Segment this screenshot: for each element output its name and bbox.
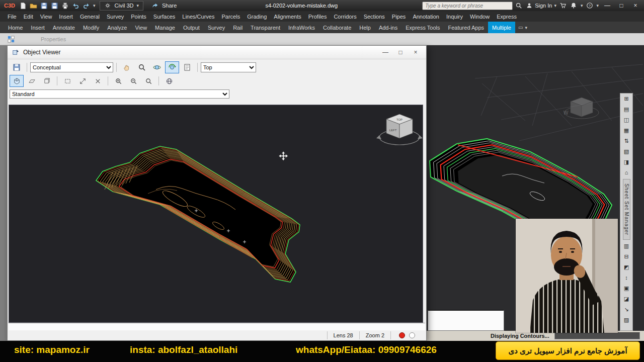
side-toolbar-icon[interactable]: ◩ bbox=[620, 262, 632, 273]
menu-item[interactable]: Survey bbox=[103, 11, 127, 22]
ribbon-tab[interactable]: Add-ins bbox=[375, 22, 401, 33]
ribbon-tab[interactable]: Output bbox=[179, 22, 204, 33]
share-button[interactable]: Share bbox=[150, 1, 177, 10]
perspective-icon[interactable] bbox=[40, 75, 54, 87]
notification-bell-icon[interactable] bbox=[569, 1, 579, 10]
clear-section-icon[interactable] bbox=[91, 75, 105, 87]
side-toolbar-icon[interactable]: ⇅ bbox=[620, 136, 632, 146]
named-style-select[interactable]: Standard bbox=[10, 89, 229, 99]
sheet-set-manager-tab[interactable]: Sheet Set Manager bbox=[623, 179, 630, 240]
menu-item[interactable]: View bbox=[37, 11, 56, 22]
quick-access-caret-icon[interactable]: ▾ bbox=[92, 3, 97, 8]
app-close-button[interactable]: × bbox=[629, 2, 642, 9]
redo-icon[interactable] bbox=[82, 1, 91, 10]
constrained-orbit-icon[interactable] bbox=[165, 61, 179, 73]
undo-icon[interactable] bbox=[71, 1, 80, 10]
signin-label[interactable]: Sign In bbox=[535, 3, 552, 9]
ribbon-tab[interactable]: Modify bbox=[79, 22, 103, 33]
search-icon[interactable] bbox=[514, 1, 523, 10]
named-views-icon[interactable] bbox=[180, 61, 194, 73]
zoom-out-icon[interactable] bbox=[126, 75, 140, 87]
ribbon-tab[interactable]: View bbox=[131, 22, 151, 33]
zoom-icon[interactable] bbox=[135, 61, 149, 73]
menu-item[interactable]: File bbox=[4, 11, 20, 22]
object-viewer-viewport[interactable]: TOP LEFT bbox=[9, 105, 423, 323]
print-icon[interactable] bbox=[60, 1, 70, 10]
ribbon-tab[interactable]: InfraWorks bbox=[284, 22, 319, 33]
ribbon-tab[interactable]: Help bbox=[355, 22, 375, 33]
red-indicator-toggle[interactable] bbox=[399, 332, 405, 338]
menu-item[interactable]: Parcels bbox=[218, 11, 244, 22]
plane-view-icon[interactable] bbox=[25, 75, 39, 87]
ribbon-tab-active[interactable]: Multiple bbox=[488, 22, 515, 33]
signin-person-icon[interactable] bbox=[524, 1, 534, 10]
menu-item[interactable]: Express bbox=[493, 11, 520, 22]
app-minimize-button[interactable]: — bbox=[601, 2, 614, 9]
viewcube-icon[interactable]: TOP LEFT bbox=[376, 114, 423, 145]
ribbon-tab[interactable]: Transparent bbox=[247, 22, 284, 33]
zoom-extents-icon[interactable] bbox=[75, 75, 90, 87]
menu-item[interactable]: Sections bbox=[360, 11, 388, 22]
side-toolbar-icon[interactable]: ⊞ bbox=[620, 94, 632, 104]
help-icon[interactable]: ? bbox=[585, 1, 594, 10]
workspace-switcher[interactable]: Civil 3D ▾ bbox=[100, 1, 143, 11]
app-store-cart-icon[interactable] bbox=[558, 1, 568, 10]
side-toolbar-icon[interactable]: ◫ bbox=[620, 115, 632, 125]
search-input[interactable] bbox=[422, 2, 513, 10]
app-maximize-button[interactable]: □ bbox=[615, 2, 628, 9]
menu-item[interactable]: Lines/Curves bbox=[179, 11, 218, 22]
parallel-projection-icon[interactable] bbox=[10, 75, 24, 87]
side-toolbar-icon[interactable]: ⌂ bbox=[620, 167, 632, 178]
menu-item[interactable]: Alignments bbox=[270, 11, 304, 22]
bell-caret-icon[interactable]: ▾ bbox=[580, 3, 584, 8]
side-toolbar-icon[interactable]: ↕ bbox=[620, 273, 632, 283]
help-caret-icon[interactable]: ▾ bbox=[595, 3, 600, 8]
menu-item[interactable]: Profiles bbox=[305, 11, 331, 22]
side-toolbar-icon[interactable]: ▥ bbox=[620, 241, 632, 251]
ribbon-tab[interactable]: Collaborate bbox=[319, 22, 355, 33]
signin-caret-icon[interactable]: ▾ bbox=[553, 3, 557, 8]
ribbon-panel-toggle[interactable]: ▭ ▾ bbox=[515, 22, 531, 33]
zoom-window-icon[interactable] bbox=[60, 75, 74, 87]
orbit-icon[interactable] bbox=[150, 61, 164, 73]
menu-item[interactable]: Grading bbox=[244, 11, 270, 22]
side-toolbar-icon[interactable]: ▣ bbox=[620, 283, 632, 294]
side-toolbar-icon[interactable]: ◪ bbox=[620, 294, 632, 304]
ribbon-tab[interactable]: Annotate bbox=[49, 22, 79, 33]
view-direction-select[interactable]: Top bbox=[201, 62, 256, 72]
menu-item[interactable]: Edit bbox=[20, 11, 37, 22]
zoom-in-icon[interactable] bbox=[111, 75, 125, 87]
app-logo-icon[interactable]: C3D bbox=[2, 3, 17, 9]
menu-item[interactable]: Inquiry bbox=[443, 11, 466, 22]
dialog-maximize-button[interactable]: □ bbox=[393, 47, 408, 58]
menu-item[interactable]: Surfaces bbox=[150, 11, 179, 22]
ribbon-tab[interactable]: Express Tools bbox=[401, 22, 444, 33]
menu-item[interactable]: Window bbox=[466, 11, 493, 22]
dialog-close-button[interactable]: × bbox=[408, 47, 423, 58]
menu-item[interactable]: Corridors bbox=[330, 11, 360, 22]
save-as-icon[interactable] bbox=[50, 1, 59, 10]
side-toolbar-icon[interactable]: ▧ bbox=[620, 146, 632, 157]
properties-palette-icon[interactable] bbox=[6, 35, 16, 44]
menu-item[interactable]: Annotation bbox=[409, 11, 443, 22]
new-file-icon[interactable] bbox=[18, 1, 28, 10]
ribbon-tab[interactable]: Insert bbox=[27, 22, 49, 33]
side-toolbar-icon[interactable]: ▨ bbox=[620, 315, 632, 325]
menu-item[interactable]: Insert bbox=[55, 11, 76, 22]
ribbon-tab[interactable]: Manage bbox=[151, 22, 179, 33]
menu-item[interactable]: Points bbox=[127, 11, 150, 22]
command-window[interactable] bbox=[428, 310, 504, 331]
ribbon-tab[interactable]: Rail bbox=[229, 22, 247, 33]
visual-style-select[interactable]: Conceptual bbox=[30, 62, 113, 72]
object-viewer-titlebar[interactable]: Object Viewer — □ × bbox=[8, 46, 426, 59]
side-toolbar-icon[interactable]: ⊟ bbox=[620, 251, 632, 262]
globe-icon[interactable] bbox=[162, 75, 176, 87]
ov-save-icon[interactable] bbox=[10, 61, 24, 73]
side-toolbar-icon[interactable]: ▤ bbox=[620, 104, 632, 115]
side-toolbar-icon[interactable]: ↘ bbox=[620, 304, 632, 315]
side-toolbar-icon[interactable]: ◨ bbox=[620, 157, 632, 167]
menu-item[interactable]: General bbox=[76, 11, 103, 22]
save-icon[interactable] bbox=[39, 1, 49, 10]
zoom-realtime-icon[interactable] bbox=[141, 75, 155, 87]
white-indicator-toggle[interactable] bbox=[409, 332, 415, 338]
